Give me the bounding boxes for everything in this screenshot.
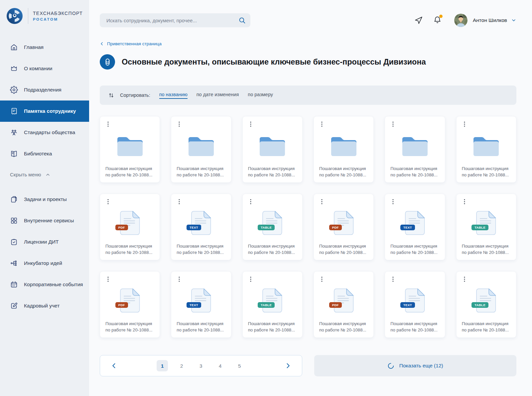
folder-card[interactable]: Пошаговая инструкция по работе № 20-1088… [456,116,516,183]
breadcrumb-back-link[interactable]: Приветственная страница [100,41,162,46]
sidebar-item-label: Стандарты общества [24,129,75,136]
document-icon: PDF [334,211,354,235]
sidebar-item-standards[interactable]: Стандарты общества [0,122,89,143]
sidebar-item-company[interactable]: О компании [0,58,89,79]
document-card[interactable]: TABLEПошаговая инструкция по работе № 20… [242,194,303,260]
document-card[interactable]: PDFПошаговая инструкция по работе № 20-1… [314,194,374,260]
folder-card[interactable]: Пошаговая инструкция по работе № 20-1088… [171,116,231,183]
document-card[interactable]: TABLEПошаговая инструкция по работе № 20… [456,271,516,338]
page-title-badge [100,54,115,70]
show-more-button[interactable]: Показать еще (12) [314,355,517,376]
sidebar-item-library[interactable]: Библиотека [0,143,89,164]
sort-option-size[interactable]: по размеру [248,92,273,99]
card-title: Пошаговая инструкция по работе № 20-1088… [100,243,160,260]
pagination-prev-button[interactable] [111,362,117,369]
gear-icon [10,86,18,94]
document-card[interactable]: TABLEПошаговая инструкция по работе № 20… [242,271,303,338]
document-card[interactable]: TEXTПошаговая инструкция по работе № 20-… [171,271,231,338]
sort-options: по названиюпо дате измененияпо размеру [159,92,273,99]
card-menu-button[interactable] [104,120,112,128]
page-button-2[interactable]: 2 [176,360,187,371]
page-button-1[interactable]: 1 [157,360,168,371]
document-card[interactable]: TEXTПошаговая инструкция по работе № 20-… [385,194,445,260]
page-button-3[interactable]: 3 [195,360,206,371]
brand-company: ТЕХСНАБЭКСПОРТ [33,11,83,16]
card-menu-button[interactable] [461,198,468,205]
card-menu-button[interactable] [247,198,254,205]
document-card[interactable]: TEXTПошаговая инструкция по работе № 20-… [385,271,445,338]
sidebar-item-memo[interactable]: Памятка сотруднику [0,100,89,122]
document-icon: TEXT [405,211,425,235]
card-menu-button[interactable] [318,276,326,283]
card-menu-button[interactable] [176,276,183,283]
documents-grid: Пошаговая инструкция по работе № 20-1088… [100,116,516,338]
folder-icon [117,137,143,156]
document-card[interactable]: PDFПошаговая инструкция по работе № 20-1… [314,271,374,338]
database-icon [103,58,112,67]
page-button-4[interactable]: 4 [214,360,226,371]
sort-option-date[interactable]: по дате изменения [197,92,239,99]
document-card[interactable]: PDFПошаговая инструкция по работе № 20-1… [100,271,160,338]
file-type-badge: TABLE [258,225,275,231]
card-menu-button[interactable] [247,120,254,128]
folder-card[interactable]: Пошаговая инструкция по работе № 20-1088… [242,116,303,183]
folder-card[interactable]: Пошаговая инструкция по работе № 20-1088… [314,116,374,183]
card-menu-button[interactable] [247,276,254,283]
page-header: Основные документы, описывающие ключевые… [100,54,516,70]
card-title: Пошаговая инструкция по работе № 20-1088… [171,320,231,337]
sidebar-item-incubator[interactable]: Инкубатор идей [0,253,89,274]
document-card[interactable]: TABLEПошаговая инструкция по работе № 20… [456,194,516,260]
avatar[interactable] [454,14,467,27]
page-button-5[interactable]: 5 [234,360,245,371]
card-title: Пошаговая инструкция по работе № 20-1088… [457,165,516,182]
card-menu-button[interactable] [461,120,468,128]
card-menu-button[interactable] [389,198,397,205]
file-type-badge: TABLE [471,302,488,308]
card-menu-button[interactable] [176,198,183,205]
file-type-badge: PDF [329,225,342,231]
sidebar-secondary-menu: Задачи и проектыВнутренние сервисыЛиценз… [0,189,89,316]
send-icon[interactable] [414,16,423,25]
topbar: Антон Шилков [100,13,516,27]
card-menu-button[interactable] [389,120,397,128]
card-menu-button[interactable] [461,276,468,283]
user-name[interactable]: Антон Шилков [473,17,507,23]
clipboard-icon [10,238,18,246]
search-icon[interactable] [238,17,246,24]
collapse-menu-button[interactable]: Скрыть меню [0,164,89,185]
sort-option-name[interactable]: по названию [159,92,188,99]
document-card[interactable]: PDFПошаговая инструкция по работе № 20-1… [100,194,160,260]
card-menu-button[interactable] [104,276,112,283]
sidebar-item-calendar[interactable]: Корпоративные события [0,274,89,295]
document-icon: PDF [120,211,140,235]
card-menu-button[interactable] [318,120,326,128]
folder-card[interactable]: Пошаговая инструкция по работе № 20-1088… [100,116,160,183]
pagination: 12345 [100,355,302,376]
sidebar-item-label: Кадровый учет [24,302,60,309]
sidebar-item-license[interactable]: Лицензии ДИТ [0,231,89,253]
sidebar-item-tasks[interactable]: Задачи и проекты [0,189,89,210]
sidebar-item-label: О компании [24,65,53,72]
file-type-badge: TEXT [187,302,201,308]
card-menu-button[interactable] [389,276,397,283]
search-input[interactable] [106,17,238,24]
card-title: Пошаговая инструкция по работе № 20-1088… [243,320,302,337]
pagination-next-button[interactable] [285,362,291,369]
folder-icon [402,137,428,156]
sidebar-item-divisions[interactable]: Подразделения [0,79,89,100]
chevron-down-icon[interactable] [511,18,516,23]
sidebar-item-hr[interactable]: Кадровый учет [0,295,89,316]
brand-logo[interactable]: ТЕХСНАБЭКСПОРТ РОСАТОМ [0,0,89,33]
sidebar-item-services[interactable]: Внутренние сервисы [0,210,89,231]
pencil-icon [10,302,18,310]
folder-icon [260,137,285,156]
card-menu-button[interactable] [104,198,112,205]
card-menu-button[interactable] [318,198,326,205]
notifications-button[interactable] [433,16,442,25]
sidebar-item-home[interactable]: Главная [0,37,89,58]
home-icon [10,43,18,51]
folder-card[interactable]: Пошаговая инструкция по работе № 20-1088… [385,116,445,183]
document-card[interactable]: TEXTПошаговая инструкция по работе № 20-… [171,194,231,260]
card-menu-button[interactable] [176,120,183,128]
logo-divider [28,8,28,24]
